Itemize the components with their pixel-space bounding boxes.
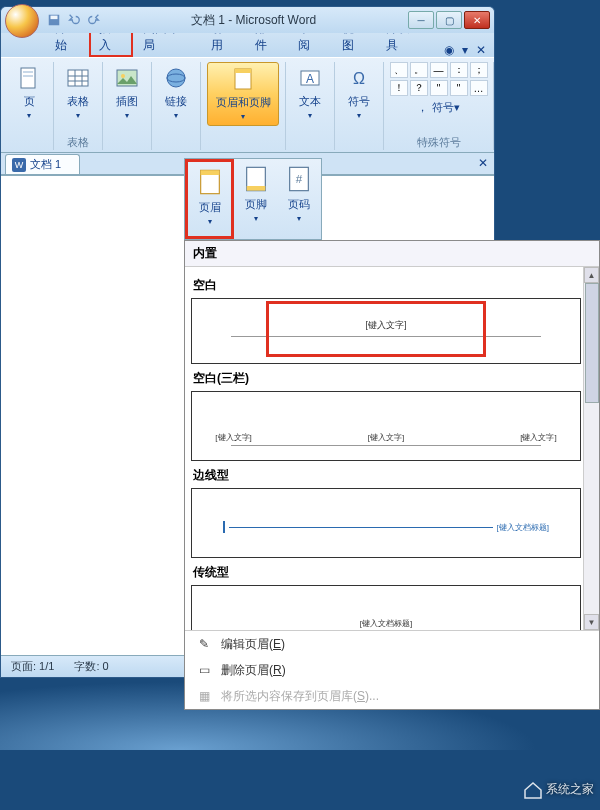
group-header-footer: 页眉和页脚▾	[201, 62, 286, 150]
status-page[interactable]: 页面: 1/1	[11, 659, 54, 674]
svg-text:A: A	[306, 72, 314, 86]
menu-save-to-gallery: ▦ 将所选内容保存到页眉库(S)...	[185, 683, 599, 709]
svg-point-12	[167, 69, 185, 87]
save-selection-icon: ▦	[195, 687, 213, 705]
ribbon-tabs: 开始 插入 页面布局 引用 邮件 审阅 视图 开发工具 ◉ ▾ ✕	[1, 33, 494, 57]
illustrations-button[interactable]: 插图▾	[109, 62, 145, 124]
group-label-special: 特殊符号	[417, 135, 461, 150]
svg-rect-20	[200, 170, 219, 175]
titlebar: 文档 1 - Microsoft Word ─ ▢ ✕	[1, 7, 494, 33]
table-icon	[66, 66, 90, 90]
footer-button[interactable]: 页脚▾	[234, 159, 277, 239]
scroll-thumb[interactable]	[585, 283, 599, 403]
picture-icon	[115, 66, 139, 90]
maximize-button[interactable]: ▢	[436, 11, 462, 29]
redo-icon[interactable]	[87, 13, 101, 27]
svg-rect-4	[23, 75, 33, 77]
scroll-up-icon[interactable]: ▲	[584, 267, 599, 283]
status-words[interactable]: 字数: 0	[74, 659, 108, 674]
save-icon[interactable]	[47, 13, 61, 27]
header-footer-subribbon: 页眉▾ 页脚▾ # 页码▾	[184, 158, 322, 240]
word-doc-icon: W	[12, 158, 26, 172]
table-button[interactable]: 表格▾	[60, 62, 96, 124]
group-illustrations: 插图▾	[103, 62, 152, 150]
page-number-button[interactable]: # 页码▾	[278, 159, 321, 239]
watermark: 系统之家	[523, 780, 594, 800]
group-links: 链接▾	[152, 62, 201, 150]
header-footer-icon	[231, 67, 255, 91]
gallery-item-edge[interactable]: [键入文档标题]	[191, 488, 581, 558]
undo-icon[interactable]	[67, 13, 81, 27]
omega-icon: Ω	[347, 66, 371, 90]
gallery-item-edge-label: 边线型	[191, 461, 581, 488]
links-button[interactable]: 链接▾	[158, 62, 194, 124]
group-text: A 文本▾	[286, 62, 335, 150]
gallery-item-blank3-label: 空白(三栏)	[191, 364, 581, 391]
gallery-item-blank3[interactable]: [键入文字] [键入文字] [键入文字]	[191, 391, 581, 461]
ribbon-minimize-icon[interactable]: ▾	[462, 43, 468, 57]
svg-rect-22	[247, 186, 266, 191]
svg-point-11	[121, 74, 125, 78]
page-icon	[17, 66, 41, 90]
scroll-down-icon[interactable]: ▼	[584, 614, 599, 630]
footer-icon	[242, 165, 270, 193]
gallery-item-traditional[interactable]: [键入文档标题] [选取日期]	[191, 585, 581, 630]
ribbon-close-icon[interactable]: ✕	[476, 43, 486, 57]
symbols-button[interactable]: Ω 符号▾	[341, 62, 377, 124]
symbol-more[interactable]: ，符号 ▾	[417, 100, 460, 115]
edit-icon: ✎	[195, 635, 213, 653]
house-icon	[523, 780, 543, 800]
pages-button[interactable]: 页▾	[11, 62, 47, 124]
textbox-icon: A	[298, 66, 322, 90]
quick-access-toolbar	[47, 13, 101, 27]
tab-close-icon[interactable]: ✕	[478, 156, 488, 170]
menu-edit-header[interactable]: ✎ 编辑页眉(E)	[185, 631, 599, 657]
header-footer-button[interactable]: 页眉和页脚▾	[207, 62, 279, 126]
group-pages: 页▾	[5, 62, 54, 150]
gallery-item-traditional-label: 传统型	[191, 558, 581, 585]
help-icon[interactable]: ◉	[444, 43, 454, 57]
svg-text:Ω: Ω	[353, 70, 365, 87]
group-symbols: Ω 符号▾	[335, 62, 384, 150]
group-label-tables: 表格	[67, 135, 89, 150]
svg-rect-5	[68, 70, 88, 86]
group-special-symbols: 、。—：； ！？""… ，符号 ▾ 特殊符号	[384, 62, 494, 150]
svg-rect-3	[23, 71, 33, 73]
gallery-item-blank-label: 空白	[191, 271, 581, 298]
pagenum-icon: #	[285, 165, 313, 193]
svg-rect-15	[235, 69, 251, 73]
gallery-section-builtin: 内置	[185, 241, 599, 267]
window-title: 文档 1 - Microsoft Word	[101, 12, 406, 29]
text-button[interactable]: A 文本▾	[292, 62, 328, 124]
svg-rect-1	[51, 16, 58, 20]
gallery-footer-menu: ✎ 编辑页眉(E) ▭ 删除页眉(R) ▦ 将所选内容保存到页眉库(S)...	[185, 630, 599, 709]
minimize-button[interactable]: ─	[408, 11, 434, 29]
delete-icon: ▭	[195, 661, 213, 679]
gallery-item-blank[interactable]: [键入文字]	[191, 298, 581, 364]
header-gallery: 内置 空白 [键入文字] 空白(三栏) [键入文字] [键入文字] [键入文字]…	[184, 240, 600, 710]
gallery-scrollbar[interactable]: ▲ ▼	[583, 267, 599, 630]
link-icon	[164, 66, 188, 90]
ribbon-insert: 页▾ 表格▾ 表格 插图▾ 链接▾	[1, 57, 494, 153]
group-tables: 表格▾ 表格	[54, 62, 103, 150]
header-button[interactable]: 页眉▾	[185, 159, 234, 239]
close-button[interactable]: ✕	[464, 11, 490, 29]
header-icon	[196, 168, 224, 196]
office-button[interactable]	[5, 4, 39, 38]
svg-text:#: #	[296, 172, 303, 185]
gallery-body: 空白 [键入文字] 空白(三栏) [键入文字] [键入文字] [键入文字] 边线…	[185, 267, 599, 630]
menu-remove-header[interactable]: ▭ 删除页眉(R)	[185, 657, 599, 683]
symbol-grid[interactable]: 、。—：； ！？""…	[390, 62, 488, 96]
document-tab[interactable]: W 文档 1	[5, 154, 80, 174]
